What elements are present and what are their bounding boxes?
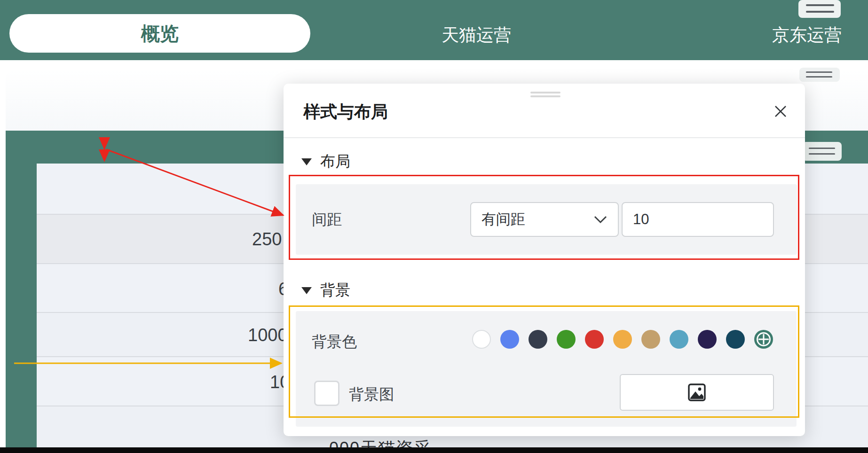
color-swatch[interactable]: [698, 330, 717, 349]
card-menu-icon[interactable]: [799, 68, 840, 82]
chevron-down-icon: [593, 215, 608, 224]
caret-down-icon: [301, 158, 312, 165]
caret-down-icon: [301, 287, 312, 294]
section-header-background[interactable]: 背景: [301, 280, 350, 301]
top-header: 概览 天猫运营 京东运营: [0, 0, 868, 60]
background-image-picker-button[interactable]: [620, 374, 774, 411]
style-layout-modal: 样式与布局 布局 间距 有间距 背景 背景色: [284, 84, 805, 436]
menu-icon[interactable]: [798, 0, 841, 18]
widget-menu-icon[interactable]: [802, 142, 842, 161]
close-icon[interactable]: [773, 103, 789, 119]
section-label: 布局: [320, 151, 350, 172]
menu-line: [806, 4, 834, 6]
divider: [284, 137, 805, 138]
background-image-label: 背景图: [349, 384, 394, 405]
bottom-edge-bar: [0, 447, 868, 453]
tab-jd-operations[interactable]: 京东运营: [736, 24, 868, 46]
color-swatch[interactable]: [557, 330, 576, 349]
color-swatch[interactable]: [726, 330, 745, 349]
section-header-layout[interactable]: 布局: [301, 151, 350, 172]
background-color-label: 背景色: [312, 332, 357, 352]
table-cell-value: 250: [252, 229, 282, 250]
color-swatch[interactable]: [500, 330, 519, 349]
tab-tmall-operations[interactable]: 天猫运营: [406, 24, 547, 46]
spacing-value-input[interactable]: [622, 202, 774, 237]
color-swatch[interactable]: [472, 330, 491, 349]
color-swatch-row: [472, 330, 773, 349]
color-swatch[interactable]: [529, 330, 547, 349]
table-cell-value: 1000: [248, 325, 288, 345]
menu-line: [809, 148, 835, 149]
add-color-icon[interactable]: [754, 330, 773, 349]
menu-line: [806, 76, 832, 78]
background-image-checkbox[interactable]: [314, 381, 339, 406]
color-swatch[interactable]: [641, 330, 660, 349]
spacing-mode-dropdown[interactable]: 有间距: [470, 202, 619, 237]
section-label: 背景: [320, 280, 350, 301]
dropdown-value: 有间距: [481, 210, 593, 229]
color-swatch[interactable]: [613, 330, 632, 349]
menu-line: [806, 71, 832, 73]
tab-overview[interactable]: 概览: [9, 14, 310, 53]
modal-title: 样式与布局: [303, 101, 388, 124]
screenshot-stage: 概览 天猫运营 京东运营 店铺总览 交易分析 250 6 1000 10 000…: [0, 0, 868, 453]
menu-line: [809, 153, 835, 155]
color-swatch[interactable]: [585, 330, 604, 349]
drag-handle-icon[interactable]: [530, 92, 560, 99]
picture-icon: [686, 381, 708, 404]
menu-line: [806, 11, 834, 13]
color-swatch[interactable]: [670, 330, 688, 349]
spacing-label: 间距: [312, 210, 342, 230]
